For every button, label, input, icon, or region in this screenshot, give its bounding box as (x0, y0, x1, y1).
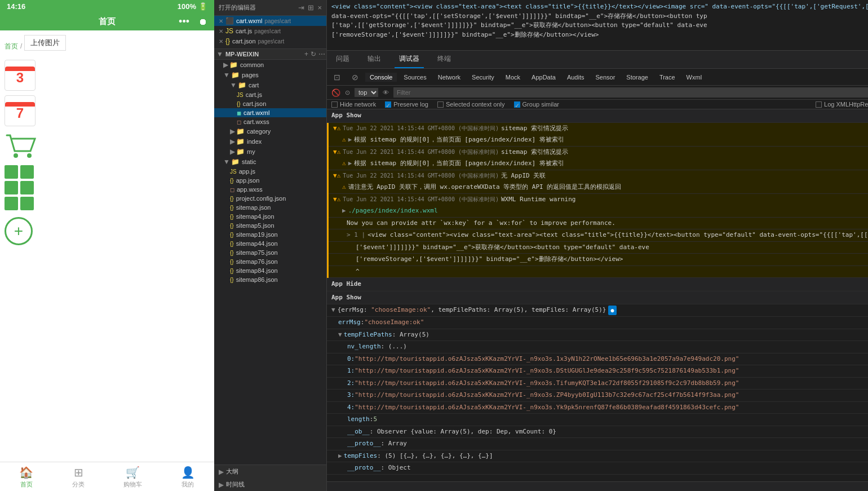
tree-file-cart-wxml[interactable]: ◼ cart.wxml (214, 108, 326, 117)
breadcrumb-home[interactable]: 首页 (5, 42, 18, 51)
tree-file-sitemap5[interactable]: {} sitemap5.json (214, 221, 326, 230)
result-tempfilepaths-header[interactable]: ▼ tempFilePaths : Array(5) (327, 329, 868, 342)
nav-mock-btn[interactable]: Mock (501, 73, 525, 82)
phone-nav-title: 首页 (99, 16, 116, 27)
option-hide-network[interactable]: Hide network (331, 101, 376, 108)
tree-folder-cart[interactable]: ▼ 📁 cart (214, 80, 326, 90)
tree-file-sitemap44[interactable]: {} sitemap44.json (214, 239, 326, 248)
tree-folder-common[interactable]: ▶ 📁 common (214, 60, 326, 70)
filter-input[interactable] (393, 87, 868, 98)
bottom-nav-cart[interactable]: 🛒 购物车 (123, 466, 142, 489)
warning-header-1[interactable]: ▼ ⚠ Tue Jun 22 2021 14:15:44 GMT+0800 (中… (329, 123, 868, 135)
bottom-nav-profile[interactable]: 👤 我的 (181, 466, 195, 489)
result-tempfiles-header[interactable]: ▶ tempFiles : (5) [{…}, {…}, {…}, {…}, {… (327, 450, 868, 463)
mp-weixin-refresh-icon[interactable]: ↻ (311, 50, 316, 58)
tree-folder-category[interactable]: ▶ 📁 category (214, 126, 326, 136)
tree-file-app-js[interactable]: JS app.js (214, 167, 326, 176)
tree-label-category: category (247, 128, 271, 135)
tree-file-sitemap84[interactable]: {} sitemap84.json (214, 266, 326, 275)
tree-folder-static[interactable]: ▼ 📁 static (214, 157, 326, 167)
warning-header-3[interactable]: ▼ ⚠ Tue Jun 22 2021 14:15:44 GMT+0800 (中… (329, 170, 868, 182)
close-tab-icon[interactable]: ✕ (219, 18, 223, 24)
checkbox-selected-context[interactable] (437, 101, 444, 108)
tab-terminal[interactable]: 终端 (433, 51, 455, 68)
tree-file-sitemap86[interactable]: {} sitemap86.json (214, 275, 326, 284)
warn-code-cursor: ^ (329, 266, 868, 278)
open-file-cart-js[interactable]: ✕ JS cart.js pages\cart (214, 26, 326, 36)
phone-nav-dots[interactable]: ••• (179, 16, 189, 28)
nav-wxml-btn[interactable]: Wxml (682, 73, 707, 82)
nav-trace-btn[interactable]: Trace (655, 73, 680, 82)
upload-button[interactable]: 上传图片 (24, 35, 66, 51)
checkbox-log-xhr[interactable] (816, 101, 822, 108)
checkbox-group-similar[interactable]: ✓ (514, 101, 520, 108)
add-circle-button[interactable]: + (5, 217, 33, 245)
checkbox-hide-network[interactable] (331, 101, 338, 108)
nav-network-btn[interactable]: Network (433, 73, 465, 82)
tree-file-sitemap19[interactable]: {} sitemap19.json (214, 230, 326, 239)
filter-top-icon[interactable]: ⊙ (345, 89, 350, 96)
tab-output[interactable]: 输出 (363, 51, 386, 68)
option-log-xhr[interactable]: Log XMLHttpRequests (816, 101, 868, 108)
nav-appdata-btn[interactable]: AppData (527, 73, 560, 82)
tree-file-project-config[interactable]: {} project.config.json (214, 194, 326, 203)
option-selected-context[interactable]: Selected context only (437, 101, 505, 108)
option-preserve-log[interactable]: ✓ Preserve log (385, 101, 428, 108)
tree-file-app-wxss[interactable]: ◻ app.wxss (214, 185, 326, 194)
nav-sensor-btn[interactable]: Sensor (591, 73, 619, 82)
nav-storage-btn[interactable]: Storage (622, 73, 653, 82)
nav-clear-btn[interactable]: ⊘ (347, 72, 363, 83)
tree-folder-pages[interactable]: ▼ 📁 pages (214, 70, 326, 80)
footer-timeline[interactable]: ▶ 时间线 (214, 478, 326, 491)
code-content-3: ['removeStorage',['$event']]]]]}}" bindt… (356, 255, 623, 264)
open-file-cart-wxml[interactable]: ✕ ⬛ cart.wxml pages\cart (214, 16, 326, 26)
nav-icons-left[interactable]: ⊡ (329, 72, 345, 83)
filetree-group-icon[interactable]: ⊞ (308, 3, 314, 12)
phone-record-icon[interactable]: ⏺ (198, 17, 207, 27)
open-file-cart-json[interactable]: ✕ {} cart.json pages\cart (214, 36, 326, 46)
warning-header-2[interactable]: ▼ ⚠ Tue Jun 22 2021 14:15:44 GMT+0800 (中… (329, 147, 868, 158)
nav-security-btn[interactable]: Security (467, 73, 499, 82)
mp-weixin-header[interactable]: ▼ MP-WEIXIN + ↻ ⋯ (214, 48, 326, 60)
nav-console-btn[interactable]: Console (365, 73, 397, 82)
filter-context-select[interactable]: top (355, 88, 378, 97)
filter-block-icon[interactable]: 🚫 (331, 89, 340, 97)
tree-file-app-json[interactable]: {} app.json (214, 176, 326, 185)
warn-expand-wxml[interactable]: ▶ ./pages/index/index.wxml (329, 205, 868, 218)
bottom-nav-home[interactable]: 🏠 首页 (19, 466, 33, 489)
tree-label-sitemap76: sitemap76.json (236, 258, 278, 265)
mp-weixin-more-icon[interactable]: ⋯ (318, 50, 325, 58)
tree-file-sitemap76[interactable]: {} sitemap76.json (214, 257, 326, 266)
warning-header-4[interactable]: ▼ ⚠ Tue Jun 22 2021 14:15:44 GMT+0800 (中… (329, 194, 868, 206)
tree-folder-my[interactable]: ▶ 📁 my (214, 147, 326, 157)
tree-file-cart-js[interactable]: JS cart.js (214, 90, 326, 99)
filter-eye-icon[interactable]: 👁 (383, 89, 389, 96)
console-app-show-1: App Show (327, 109, 868, 123)
checkbox-preserve-log[interactable]: ✓ (385, 101, 391, 108)
result-text: {errMsg: "chooseImage:ok", tempFilePaths… (338, 306, 606, 315)
mp-weixin-add-icon[interactable]: + (304, 50, 308, 58)
nav-audits-btn[interactable]: Audits (563, 73, 589, 82)
close-tab-icon-json[interactable]: ✕ (219, 38, 223, 45)
tab-debugger[interactable]: 调试器 (395, 51, 424, 68)
warn-text-2: 根据 sitemap 的规则[0]，当前页面 [pages/index/inde… (354, 159, 564, 169)
close-tab-icon-js[interactable]: ✕ (219, 28, 223, 34)
nav-sources-btn[interactable]: Sources (399, 73, 431, 82)
result-object-header[interactable]: ▼ {errMsg: "chooseImage:ok", tempFilePat… (327, 304, 868, 317)
tree-folder-index[interactable]: ▶ 📁 index (214, 136, 326, 147)
footer-outline[interactable]: ▶ 大纲 (214, 465, 326, 478)
phone-nav-bar: 首页 ••• ⏺ (0, 13, 214, 30)
tree-file-sitemap[interactable]: {} sitemap.json (214, 203, 326, 212)
tree-file-sitemap75[interactable]: {} sitemap75.json (214, 248, 326, 257)
tempfiles-expand: ▶ (338, 452, 342, 461)
tempfiles-sep: : (5) [{…}, {…}, {…}, {…}, {…}] (377, 452, 493, 461)
filetree-close-all-icon[interactable]: × (317, 3, 322, 12)
tree-file-cart-wxss[interactable]: ◻ cart.wxss (214, 117, 326, 126)
bottom-nav-category[interactable]: ⊞ 分类 (72, 466, 85, 489)
filetree-split-icon[interactable]: ⇥ (298, 3, 304, 12)
tree-file-sitemap4[interactable]: {} sitemap4.json (214, 212, 326, 221)
option-group-similar[interactable]: ✓ Group similar (514, 101, 559, 108)
result-length: length : 5 (327, 414, 868, 426)
tree-file-cart-json[interactable]: {} cart.json (214, 99, 326, 108)
tab-issues[interactable]: 问题 (331, 51, 354, 68)
